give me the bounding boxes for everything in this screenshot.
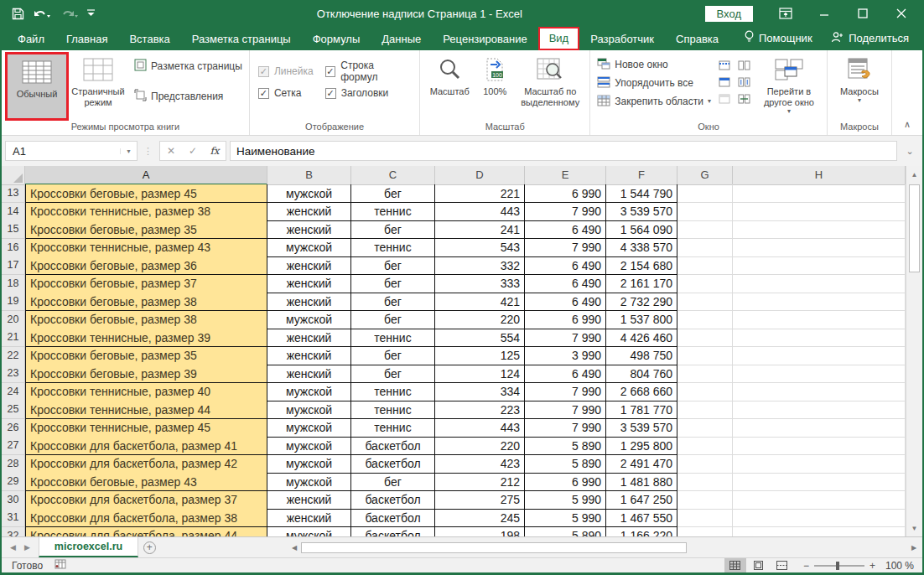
row-header-27[interactable]: 27 <box>2 437 25 455</box>
cell-f28[interactable]: 2 491 470 <box>606 455 677 474</box>
cell-a29[interactable]: Кроссовки беговые, размер 43 <box>25 473 267 491</box>
zoom-out-icon[interactable]: − <box>803 560 809 572</box>
cell-g22[interactable] <box>677 347 733 365</box>
cell-h32[interactable] <box>733 527 906 537</box>
cell-e25[interactable]: 7 990 <box>525 401 606 419</box>
cell-f29[interactable]: 1 481 880 <box>606 473 677 491</box>
cell-b24[interactable]: мужской <box>267 383 351 401</box>
cell-b31[interactable]: женский <box>267 509 351 527</box>
cell-d23[interactable]: 124 <box>435 365 525 383</box>
formula-input[interactable]: Наименование <box>230 141 897 161</box>
cell-g29[interactable] <box>677 473 733 491</box>
cell-e14[interactable]: 7 990 <box>525 203 606 221</box>
cell-d25[interactable]: 223 <box>435 401 525 419</box>
tab-insert[interactable]: Вставка <box>118 28 180 50</box>
row-header-20[interactable]: 20 <box>2 311 25 329</box>
macros-button[interactable]: Макросы ▾ <box>831 52 888 116</box>
scroll-down-icon[interactable]: ▼ <box>906 520 922 536</box>
cell-c32[interactable]: баскетбол <box>351 527 435 537</box>
cell-b17[interactable]: женский <box>267 256 351 275</box>
cell-f21[interactable]: 4 426 460 <box>606 329 677 347</box>
tab-formulas[interactable]: Формулы <box>302 28 371 50</box>
horizontal-scrollbar[interactable]: ◀ ▶ <box>286 537 922 557</box>
cell-e32[interactable]: 5 890 <box>525 527 606 537</box>
cell-g25[interactable] <box>677 401 733 419</box>
row-header-18[interactable]: 18 <box>2 275 25 293</box>
page-layout-button[interactable]: Разметка страницы <box>131 57 246 75</box>
row-header-15[interactable]: 15 <box>2 220 25 239</box>
cell-e24[interactable]: 7 990 <box>525 383 606 401</box>
cell-c24[interactable]: теннис <box>351 383 435 401</box>
cell-c31[interactable]: баскетбол <box>351 509 435 527</box>
cell-d32[interactable]: 198 <box>435 527 525 537</box>
cell-d19[interactable]: 421 <box>435 293 525 311</box>
zoom-slider[interactable] <box>814 565 864 567</box>
cell-c23[interactable]: бег <box>351 365 435 383</box>
vertical-scrollbar[interactable]: ▲ ▼ <box>906 166 922 536</box>
redo-button[interactable] <box>60 8 78 19</box>
column-header-b[interactable]: B <box>267 166 351 185</box>
cell-a15[interactable]: Кроссовки беговые, размер 35 <box>25 220 267 239</box>
cell-f17[interactable]: 2 154 680 <box>606 256 677 275</box>
cell-b23[interactable]: женский <box>267 365 351 383</box>
cell-a23[interactable]: Кроссовки беговые, размер 39 <box>25 365 267 383</box>
synchronous-scrolling-button[interactable] <box>737 75 752 89</box>
row-header-32[interactable]: 32 <box>2 527 25 537</box>
cell-g14[interactable] <box>677 203 733 221</box>
checkbox-ruler[interactable]: ✓ Линейка <box>258 60 314 82</box>
cell-c16[interactable]: теннис <box>351 239 435 257</box>
cell-h31[interactable] <box>733 509 906 527</box>
row-header-24[interactable]: 24 <box>2 383 25 401</box>
row-header-13[interactable]: 13 <box>2 184 25 203</box>
switch-windows-button[interactable]: Перейти в другое окно ▾ <box>755 52 823 116</box>
row-header-21[interactable]: 21 <box>2 329 25 347</box>
cell-b28[interactable]: мужской <box>267 455 351 474</box>
cell-g18[interactable] <box>677 275 733 293</box>
minimize-button[interactable] <box>807 2 842 25</box>
cell-a14[interactable]: Кроссовки теннисные, размер 38 <box>25 203 267 221</box>
cell-c15[interactable]: бег <box>351 220 435 239</box>
cell-e22[interactable]: 3 990 <box>525 347 606 365</box>
cell-h19[interactable] <box>733 293 906 311</box>
cell-d13[interactable]: 221 <box>435 184 525 203</box>
cell-d28[interactable]: 423 <box>435 455 525 474</box>
customize-qat-button[interactable] <box>86 9 96 18</box>
cell-e29[interactable]: 6 990 <box>525 473 606 491</box>
name-box-dropdown-icon[interactable]: ▼ <box>120 148 137 154</box>
checkbox-headings[interactable]: ✓ Заголовки <box>325 82 412 104</box>
cell-b32[interactable]: мужской <box>267 527 351 537</box>
cell-g17[interactable] <box>677 256 733 275</box>
cell-f30[interactable]: 1 647 250 <box>606 491 677 510</box>
add-sheet-button[interactable]: + <box>138 537 160 557</box>
cell-a17[interactable]: Кроссовки беговые, размер 36 <box>25 256 267 275</box>
cell-d22[interactable]: 125 <box>435 347 525 365</box>
unhide-window-button[interactable] <box>717 92 732 106</box>
vertical-scrollbar-thumb[interactable] <box>909 184 920 272</box>
row-header-14[interactable]: 14 <box>2 203 25 221</box>
cell-b30[interactable]: женский <box>267 491 351 510</box>
checkbox-formula-bar[interactable]: ✓ Строка формул <box>325 60 412 82</box>
cell-b13[interactable]: мужской <box>267 184 351 203</box>
scroll-up-icon[interactable]: ▲ <box>906 166 922 183</box>
cell-b26[interactable]: мужской <box>267 419 351 438</box>
tab-help[interactable]: Справка <box>665 28 729 50</box>
cell-e13[interactable]: 6 990 <box>525 184 606 203</box>
cell-f26[interactable]: 3 539 570 <box>606 419 677 438</box>
tab-page-layout[interactable]: Разметка страницы <box>181 28 302 50</box>
cell-c14[interactable]: теннис <box>351 203 435 221</box>
cell-e23[interactable]: 6 490 <box>525 365 606 383</box>
cell-a20[interactable]: Кроссовки беговые, размер 38 <box>25 311 267 329</box>
cell-d18[interactable]: 333 <box>435 275 525 293</box>
cell-h27[interactable] <box>733 437 906 455</box>
cell-e20[interactable]: 6 990 <box>525 311 606 329</box>
cell-h30[interactable] <box>733 491 906 510</box>
cell-h21[interactable] <box>733 329 906 347</box>
cell-g13[interactable] <box>677 184 733 203</box>
cell-a27[interactable]: Кроссовки для баскетбола, размер 41 <box>25 437 267 455</box>
macro-record-icon[interactable] <box>55 559 66 572</box>
cell-d16[interactable]: 543 <box>435 239 525 257</box>
cell-c22[interactable]: бег <box>351 347 435 365</box>
cell-a32[interactable]: Кроссовки для баскетбола, размер 44 <box>25 527 267 537</box>
cell-d21[interactable]: 554 <box>435 329 525 347</box>
cell-c26[interactable]: теннис <box>351 419 435 438</box>
